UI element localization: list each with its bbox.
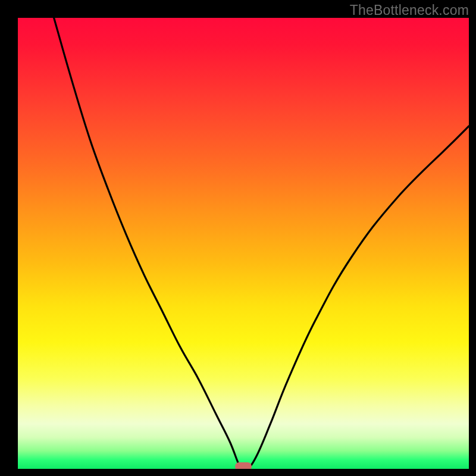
watermark-text: TheBottleneck.com bbox=[350, 2, 469, 18]
chart-frame: TheBottleneck.com bbox=[0, 0, 476, 476]
bottleneck-curve bbox=[18, 18, 469, 469]
plot-area bbox=[18, 18, 469, 469]
optimum-marker bbox=[235, 462, 252, 469]
